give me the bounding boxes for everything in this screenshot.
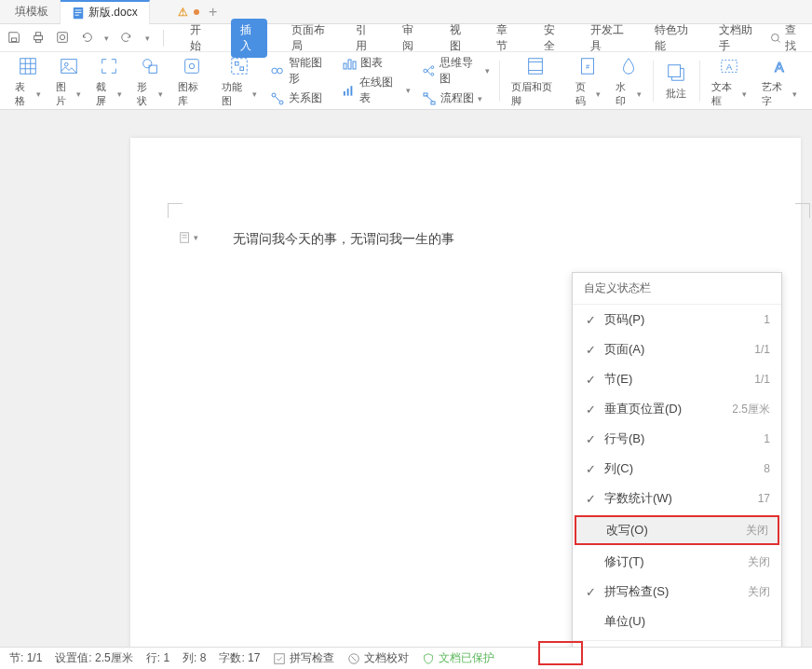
svg-rect-8 <box>58 33 68 43</box>
ribbon-page-number[interactable]: # 页码▾ <box>568 52 609 109</box>
svg-line-40 <box>426 67 430 71</box>
svg-point-19 <box>143 59 152 67</box>
print-preview-icon[interactable] <box>56 31 69 46</box>
search-label: 查找 <box>785 22 805 54</box>
tab-document-label: 新版.docx <box>88 5 138 20</box>
undo-dropdown-icon[interactable]: ▾ <box>104 34 109 43</box>
spellcheck-icon <box>273 652 286 665</box>
context-menu-item-value: 关闭 <box>748 554 770 570</box>
ribbon-header-footer[interactable]: 页眉和页脚 <box>504 52 567 109</box>
context-menu-item[interactable]: ✓列(C)8 <box>573 454 781 484</box>
menu-view[interactable]: 视图 <box>444 19 473 58</box>
ribbon-relation[interactable]: 关系图 <box>270 90 331 106</box>
context-menu-item[interactable]: 改写(O)关闭 <box>575 515 779 545</box>
status-word-count[interactable]: 字数: 17 <box>219 650 260 666</box>
ribbon-picture[interactable]: 图片▾ <box>48 52 89 109</box>
check-icon <box>586 524 599 537</box>
check-icon <box>584 555 597 568</box>
context-menu-item-label: 节(E) <box>604 371 747 388</box>
search-button[interactable]: 查找 <box>770 22 805 54</box>
context-menu-item[interactable]: ✓垂直页位置(D)2.5厘米 <box>573 394 781 424</box>
redo-dropdown-icon[interactable]: ▾ <box>145 34 150 43</box>
tab-template[interactable]: 填模板 <box>4 0 61 24</box>
check-icon: ✓ <box>584 492 597 505</box>
context-menu-item-label: 行号(B) <box>604 430 756 447</box>
ribbon-flowchart[interactable]: 流程图▾ <box>422 90 490 106</box>
ribbon-icon-lib[interactable]: 图标库 <box>170 52 214 109</box>
status-row[interactable]: 行: 1 <box>146 650 169 666</box>
status-col[interactable]: 列: 8 <box>183 650 206 666</box>
status-protected[interactable]: 文档已保护 <box>422 650 494 666</box>
warning-icon[interactable]: ⚠ <box>178 6 188 19</box>
context-menu-item-value: 1 <box>764 313 770 326</box>
context-menu-item[interactable]: 修订(T)关闭 <box>573 547 781 577</box>
svg-rect-43 <box>431 102 435 104</box>
context-menu-item-label: 垂直页位置(D) <box>604 401 724 417</box>
context-menu-item[interactable]: ✓行号(B)1 <box>573 424 781 454</box>
redo-icon[interactable] <box>120 31 133 46</box>
svg-point-10 <box>771 34 778 41</box>
svg-rect-56 <box>275 653 285 663</box>
menu-page-layout[interactable]: 页面布局 <box>286 19 332 58</box>
ribbon-shape[interactable]: 形状▾ <box>129 52 170 109</box>
ribbon-watermark[interactable]: 水印▾ <box>608 52 649 109</box>
ribbon-textbox[interactable]: A 文本框▾ <box>704 52 754 109</box>
svg-rect-36 <box>351 86 353 95</box>
svg-rect-34 <box>344 91 345 96</box>
check-icon: ✓ <box>584 343 597 356</box>
print-icon[interactable] <box>32 31 45 46</box>
svg-rect-12 <box>20 58 36 74</box>
status-doc-proof[interactable]: 文档校对 <box>347 650 409 666</box>
paragraph-options-icon[interactable]: ▾ <box>179 231 198 244</box>
check-icon <box>584 615 597 628</box>
save-icon[interactable] <box>7 31 20 46</box>
tab-template-label: 填模板 <box>15 4 48 20</box>
context-menu-item-label: 单位(U) <box>604 613 770 630</box>
check-icon: ✓ <box>584 432 597 445</box>
context-menu-item[interactable]: ✓页面(A)1/1 <box>573 334 781 364</box>
status-spell-check[interactable]: 拼写检查 <box>273 650 334 666</box>
svg-point-37 <box>424 69 427 73</box>
svg-rect-3 <box>75 14 79 15</box>
svg-point-22 <box>190 63 196 69</box>
context-menu-item-label: 页面(A) <box>604 341 747 358</box>
svg-rect-6 <box>36 33 41 36</box>
ribbon-online-chart[interactable]: 在线图表▾ <box>342 75 410 106</box>
svg-rect-32 <box>348 60 351 69</box>
document-text[interactable]: 无谓问我今天的事，无谓问我一生的事 <box>233 231 745 248</box>
picture-icon <box>57 54 81 78</box>
context-menu-item-label: 页码(P) <box>604 311 756 328</box>
svg-rect-7 <box>36 40 41 43</box>
context-menu-item[interactable]: ✓字数统计(W)17 <box>573 484 781 513</box>
ribbon-table[interactable]: 表格▾ <box>7 52 48 109</box>
check-icon: ✓ <box>584 585 597 598</box>
ribbon-chart[interactable]: 图表 <box>342 55 410 71</box>
svg-rect-5 <box>34 36 43 40</box>
ribbon-smart-shape[interactable]: 智能图形 <box>270 55 331 87</box>
menu-reference[interactable]: 引用 <box>350 19 379 58</box>
watermark-icon <box>616 54 641 78</box>
undo-icon[interactable] <box>80 31 93 46</box>
context-menu-item[interactable]: ✓页码(P)1 <box>573 305 781 334</box>
context-menu-item-label: 拼写检查(S) <box>604 583 740 600</box>
status-bar: 节: 1/1 设置值: 2.5厘米 行: 1 列: 8 字数: 17 拼写检查 … <box>0 647 812 669</box>
svg-rect-35 <box>347 89 349 96</box>
context-menu-item-label: 列(C) <box>604 460 756 477</box>
ribbon-screenshot[interactable]: 截屏▾ <box>88 52 129 109</box>
menu-review[interactable]: 审阅 <box>397 19 426 58</box>
ribbon-annotate[interactable]: 批注 <box>657 52 696 109</box>
ribbon-function-chart[interactable]: 功能图▾ <box>214 52 264 109</box>
ribbon-mind-map[interactable]: 思维导图▾ <box>422 55 490 87</box>
statusbar-context-menu: 自定义状态栏 ✓页码(P)1✓页面(A)1/1✓节(E)1/1✓垂直页位置(D)… <box>572 272 782 669</box>
ribbon-wordart[interactable]: A 艺术字▾ <box>754 52 805 109</box>
status-section[interactable]: 节: 1/1 <box>9 650 42 666</box>
ribbon-separator <box>699 61 700 102</box>
tab-document[interactable]: 新版.docx <box>61 0 150 24</box>
context-menu-item-value: 关闭 <box>748 584 770 600</box>
context-menu-item[interactable]: ✓节(E)1/1 <box>573 364 781 394</box>
context-menu-item[interactable]: 单位(U) <box>573 607 781 636</box>
context-menu-item[interactable]: ✓拼写检查(S)关闭 <box>573 577 781 607</box>
check-icon: ✓ <box>584 403 597 416</box>
status-set-value[interactable]: 设置值: 2.5厘米 <box>55 650 132 666</box>
proof-icon <box>347 652 360 665</box>
